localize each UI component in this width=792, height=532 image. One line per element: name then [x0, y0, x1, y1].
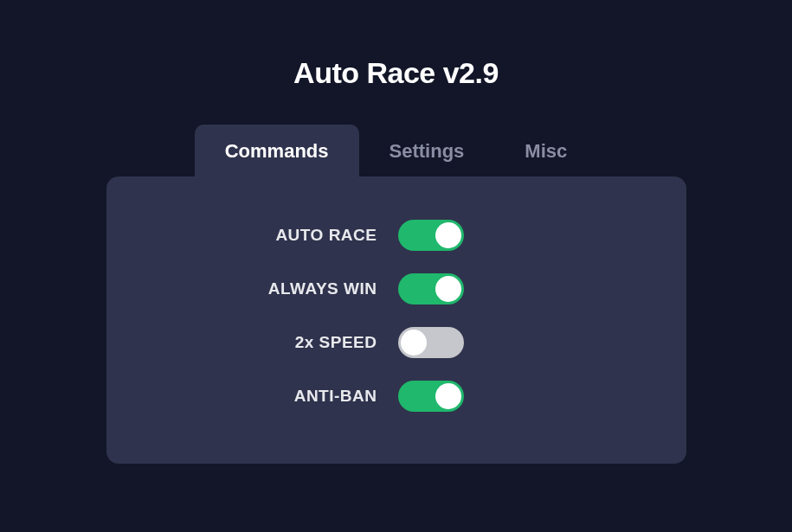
- options-list: AUTO RACE ALWAYS WIN 2x SPEED ANTI-BAN: [141, 220, 652, 412]
- option-row-auto-race: AUTO RACE: [141, 220, 652, 251]
- toggle-2x-speed[interactable]: [398, 327, 464, 358]
- tab-settings[interactable]: Settings: [359, 125, 495, 178]
- option-row-anti-ban: ANTI-BAN: [141, 381, 652, 412]
- tab-bar: Commands Settings Misc: [195, 125, 598, 178]
- option-label: ALWAYS WIN: [164, 279, 398, 298]
- tab-commands[interactable]: Commands: [195, 125, 359, 178]
- toggle-knob: [401, 330, 427, 356]
- option-label: ANTI-BAN: [164, 387, 398, 406]
- page-title: Auto Race v2.9: [293, 56, 499, 90]
- option-row-always-win: ALWAYS WIN: [141, 273, 652, 304]
- toggle-auto-race[interactable]: [398, 220, 464, 251]
- toggle-always-win[interactable]: [398, 273, 464, 304]
- panel-commands: AUTO RACE ALWAYS WIN 2x SPEED ANTI-BAN: [106, 176, 686, 464]
- toggle-anti-ban[interactable]: [398, 381, 464, 412]
- toggle-knob: [435, 276, 461, 302]
- option-label: 2x SPEED: [164, 333, 398, 352]
- toggle-knob: [435, 383, 461, 409]
- toggle-knob: [435, 222, 461, 248]
- tab-misc[interactable]: Misc: [494, 125, 597, 178]
- option-label: AUTO RACE: [164, 226, 398, 245]
- option-row-2x-speed: 2x SPEED: [141, 327, 652, 358]
